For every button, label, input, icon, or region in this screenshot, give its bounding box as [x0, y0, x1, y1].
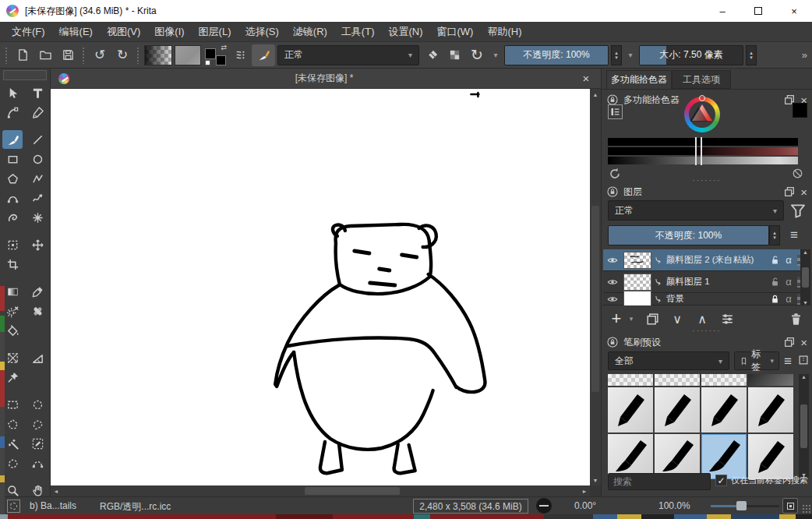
gradient-swatch-button[interactable] [144, 45, 172, 65]
undo-button[interactable]: ↺ [90, 45, 110, 65]
tab-tool-options[interactable]: 工具选项 [672, 70, 731, 89]
foreground-color-swatch[interactable] [205, 48, 216, 59]
layer-row-background[interactable]: 背景 α [603, 293, 810, 305]
menu-tools[interactable]: 工具(T) [334, 22, 382, 42]
tool-select-freehand[interactable] [27, 415, 48, 433]
inherit-alpha-icon[interactable]: α [782, 293, 795, 305]
tool-color-sampler[interactable] [27, 282, 48, 301]
tool-pattern-edit[interactable] [2, 302, 23, 320]
tool-measure[interactable] [27, 348, 48, 367]
preset-search-input[interactable] [608, 473, 711, 490]
menu-image[interactable]: 图像(I) [147, 22, 191, 42]
scroll-thumb[interactable] [802, 267, 809, 288]
tool-edit-shapes[interactable] [2, 103, 23, 122]
choose-brush-preset-button[interactable] [229, 45, 249, 65]
scroll-up-icon[interactable]: ▲ [590, 89, 601, 100]
layer-lock-icon[interactable] [769, 254, 781, 266]
tool-multibrush[interactable] [27, 208, 48, 227]
save-button[interactable] [58, 45, 78, 65]
menu-filter[interactable]: 滤镜(R) [286, 22, 334, 42]
new-document-button[interactable] [12, 45, 33, 65]
tab-advanced-color-selector[interactable]: 多功能拾色器 [606, 70, 672, 89]
docker-splitter[interactable]: ······· [602, 178, 812, 183]
scroll-left-icon[interactable]: ◄ [51, 485, 62, 496]
duplicate-layer-button[interactable] [642, 309, 662, 329]
brush-preset-tile[interactable] [608, 387, 653, 432]
bar-handle[interactable] [695, 147, 702, 156]
spin-down-icon[interactable]: ▾ [615, 55, 618, 60]
tool-assistants[interactable] [2, 348, 23, 367]
brush-preset-tile[interactable] [748, 387, 793, 432]
brush-preset-tile[interactable] [748, 374, 793, 386]
selection-mode-icon[interactable] [7, 500, 20, 513]
toolbar-grip[interactable] [136, 47, 140, 64]
canvas-horizontal-scrollbar[interactable]: ◄ ► [51, 485, 590, 496]
layer-thumbnail[interactable] [623, 274, 651, 291]
close-docker-icon[interactable]: × [800, 186, 807, 198]
layer-row-paint-layer-2[interactable]: 颜料图层 2 (来自粘贴) α [603, 249, 810, 271]
inherit-alpha-icon[interactable]: α [782, 254, 795, 266]
brush-preset-tile[interactable] [655, 387, 700, 432]
size-spinner[interactable]: ▴▾ [746, 45, 757, 65]
tool-select-polygon[interactable] [2, 415, 23, 433]
tool-crop[interactable] [2, 255, 23, 274]
layer-filter-funnel-icon[interactable] [789, 201, 807, 220]
scroll-up-icon[interactable]: ▲ [803, 249, 808, 255]
preserve-alpha-button[interactable] [444, 45, 464, 65]
canvas-vertical-scrollbar[interactable]: ▲ ▼ [590, 89, 601, 485]
foreground-background-colors[interactable]: ⇄ [203, 44, 227, 66]
eraser-mode-button[interactable] [422, 45, 442, 65]
search-scope-option[interactable]: ✓ 仅在当前标签内搜索 [715, 475, 808, 486]
current-color-swatch[interactable] [793, 103, 807, 118]
preset-display-menu-icon[interactable]: ≡ [784, 355, 792, 368]
tool-polyline[interactable] [27, 169, 48, 188]
zoom-fit-button[interactable] [782, 498, 798, 514]
layer-opacity-slider[interactable]: 不透明度: 100% [608, 225, 769, 245]
vertical-scroll-thumb[interactable] [591, 206, 599, 392]
scroll-down-icon[interactable]: ▼ [803, 300, 808, 305]
tool-text[interactable] [27, 83, 48, 102]
layer-opacity-spinner[interactable]: ▴▾ [769, 225, 780, 245]
toolbar-overflow-button[interactable]: » [802, 49, 809, 61]
redo-button[interactable]: ↻ [112, 45, 132, 65]
layer-lock-icon[interactable] [769, 293, 781, 305]
tool-select-similar-color[interactable] [2, 434, 23, 453]
color-bar-hue[interactable] [608, 138, 798, 146]
zoom-slider[interactable] [711, 505, 779, 507]
preset-filter-dropdown[interactable]: 全部 ▾ [608, 351, 729, 370]
tool-reference-images[interactable] [2, 368, 23, 387]
delete-layer-button[interactable] [786, 309, 806, 329]
bar-handle[interactable] [695, 156, 702, 165]
opacity-slider[interactable]: 不透明度: 100% [504, 45, 609, 65]
layer-visible-eye-icon[interactable] [606, 254, 619, 267]
tool-polygon[interactable] [2, 169, 23, 188]
color-space-button[interactable] [608, 104, 623, 119]
brush-preset-tile[interactable] [701, 374, 747, 386]
scroll-thumb[interactable] [800, 404, 807, 448]
tool-freehand-path[interactable] [27, 189, 48, 207]
bar-handle[interactable] [695, 137, 702, 147]
canvas[interactable] [51, 89, 590, 485]
spin-down-icon[interactable]: ▾ [750, 55, 753, 60]
toolbox-header[interactable] [3, 70, 47, 80]
layer-thumbnail[interactable] [623, 291, 651, 306]
tool-rectangle[interactable] [2, 150, 23, 168]
color-wheel[interactable] [684, 97, 720, 132]
brush-preset-tile[interactable] [608, 374, 653, 386]
layer-visible-eye-icon[interactable] [606, 293, 619, 305]
layer-thumbnail[interactable] [623, 252, 651, 269]
tool-line[interactable] [27, 130, 48, 149]
color-bar-saturation[interactable] [608, 147, 798, 155]
layer-lock-icon[interactable] [769, 276, 781, 288]
scroll-down-icon[interactable]: ▼ [590, 475, 601, 485]
layer-list-scrollbar[interactable]: ▲ ▼ [800, 249, 810, 305]
reload-preset-button[interactable]: ↻ [467, 45, 487, 65]
minimize-button[interactable]: – [704, 0, 740, 22]
edit-brush-settings-button[interactable] [252, 44, 275, 66]
tool-select-outline[interactable] [2, 454, 23, 472]
menu-edit[interactable]: 编辑(E) [52, 22, 100, 42]
zoom-slider-handle[interactable] [736, 501, 747, 510]
layer-blend-mode-dropdown[interactable]: 正常 ▾ [608, 200, 784, 221]
tool-move[interactable] [27, 235, 48, 254]
scroll-right-icon[interactable]: ► [579, 485, 590, 496]
